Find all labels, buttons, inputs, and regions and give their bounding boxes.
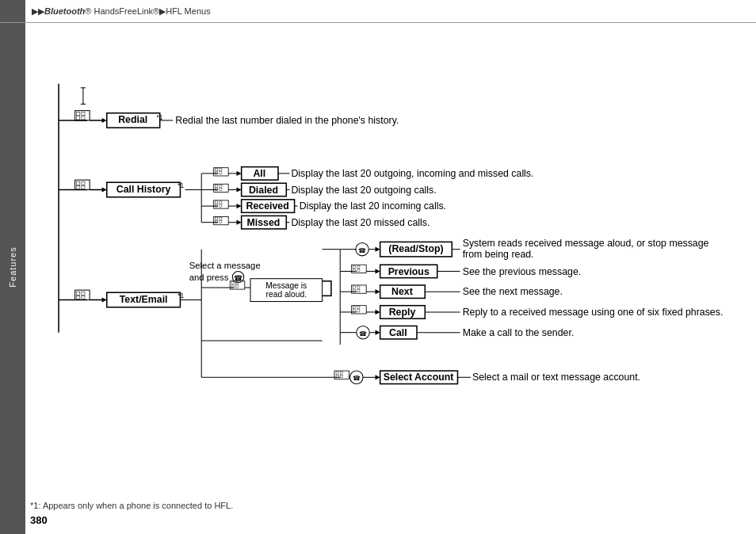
svg-text:See the previous message.: See the previous message. [463,266,582,277]
svg-rect-131 [353,286,356,288]
svg-text:Redial the last number dialed : Redial the last number dialed in the pho… [175,115,399,126]
svg-rect-6 [82,116,85,120]
svg-rect-19 [82,185,85,189]
breadcrumb-text: ▶▶Bluetooth® HandsFreeLink®▶HFL Menus [32,6,211,16]
page-container: Features ▶▶Bluetooth® HandsFreeLink®▶HFL… [0,0,756,534]
svg-text:Received: Received [246,200,288,212]
footnote: *1: Appears only when a phone is connect… [30,501,233,510]
svg-text:System reads received message : System reads received message aloud, or … [463,238,709,249]
svg-text:Text/Email: Text/Email [120,294,168,305]
svg-text:from being read.: from being read. [463,249,534,260]
diagram-svg: Redial *1 Redial the last number dialed … [30,32,748,486]
svg-text:Reply to a received message us: Reply to a received message using one of… [463,307,724,318]
svg-rect-30 [220,169,222,171]
svg-marker-46 [236,187,241,192]
svg-rect-17 [82,181,85,185]
svg-rect-53 [216,201,218,204]
svg-rect-42 [220,185,222,187]
svg-rect-41 [216,185,218,187]
svg-text:Display the last 20 missed cal: Display the last 20 missed calls. [291,217,430,228]
svg-marker-34 [236,171,241,176]
svg-rect-68 [220,221,222,223]
svg-text:read aloud.: read aloud. [266,290,307,299]
svg-rect-119 [353,265,356,268]
svg-text:Call: Call [389,327,407,338]
svg-text:Dialed: Dialed [249,185,278,196]
svg-rect-80 [82,296,85,299]
svg-text:See the next message.: See the next message. [463,286,563,297]
svg-rect-166 [336,372,338,374]
svg-text:Next: Next [391,286,413,297]
svg-text:(Read/Stop): (Read/Stop) [388,243,443,254]
svg-marker-136 [375,289,380,294]
svg-rect-4 [82,113,85,116]
svg-marker-21 [102,187,107,192]
svg-rect-134 [357,289,360,292]
svg-text:☎: ☎ [358,247,366,254]
svg-rect-132 [357,286,360,288]
svg-rect-97 [235,285,238,288]
svg-rect-44 [220,188,222,190]
svg-rect-55 [216,204,218,207]
svg-text:☎: ☎ [353,375,361,382]
svg-text:Select Account: Select Account [384,372,454,383]
svg-text:*1: *1 [178,182,184,189]
svg-rect-94 [231,282,234,284]
top-divider [0,22,756,23]
svg-marker-70 [236,220,241,225]
svg-text:Select a message: Select a message [189,261,261,270]
svg-marker-173 [375,375,380,380]
svg-marker-58 [236,204,241,208]
svg-rect-54 [220,201,222,204]
svg-text:All: All [253,168,265,179]
svg-marker-148 [375,310,380,315]
svg-rect-5 [77,116,80,120]
svg-marker-82 [102,297,107,302]
svg-text:*1: *1 [178,292,184,299]
svg-rect-66 [220,217,222,219]
svg-text:Missed: Missed [247,217,281,228]
breadcrumb: ▶▶Bluetooth® HandsFreeLink®▶HFL Menus [32,6,211,17]
page-number: 380 [30,514,48,526]
sidebar-label: Features [8,246,17,287]
svg-rect-122 [357,269,360,271]
svg-text:Reply: Reply [389,307,416,318]
svg-rect-56 [220,204,222,207]
svg-rect-65 [216,217,218,219]
svg-text:Display the last 20 incoming c: Display the last 20 incoming calls. [300,200,446,212]
svg-rect-32 [220,172,222,174]
svg-marker-8 [102,118,107,123]
svg-rect-77 [77,292,80,295]
svg-text:Redial: Redial [118,114,147,125]
diagram-area: Redial *1 Redial the last number dialed … [30,32,748,486]
svg-text:Message is: Message is [265,281,307,290]
svg-rect-18 [77,185,80,189]
svg-text:Previous: Previous [388,266,430,277]
left-sidebar: Features [0,0,25,534]
svg-rect-167 [340,372,342,374]
svg-text:Select a mail or text message : Select a mail or text message account. [472,372,640,383]
svg-text:Display the last 20 outgoing, : Display the last 20 outgoing, incoming a… [291,168,533,179]
svg-rect-146 [357,310,360,312]
svg-rect-3 [77,113,80,116]
svg-rect-79 [77,296,80,299]
svg-marker-157 [375,330,380,335]
svg-text:Call History: Call History [116,184,171,195]
svg-text:☎: ☎ [234,274,242,282]
svg-marker-111 [375,247,380,252]
svg-rect-120 [357,265,360,268]
svg-rect-169 [340,375,342,377]
svg-rect-16 [77,181,80,185]
svg-text:Make a call to the sender.: Make a call to the sender. [463,327,575,338]
svg-rect-29 [216,169,218,171]
svg-text:Display the last 20 outgoing c: Display the last 20 outgoing calls. [291,185,436,196]
svg-rect-143 [353,307,356,309]
svg-text:☎: ☎ [359,330,367,338]
svg-rect-78 [82,292,85,295]
svg-marker-124 [375,269,380,273]
svg-text:and press: and press [189,273,229,282]
svg-rect-144 [357,307,360,309]
